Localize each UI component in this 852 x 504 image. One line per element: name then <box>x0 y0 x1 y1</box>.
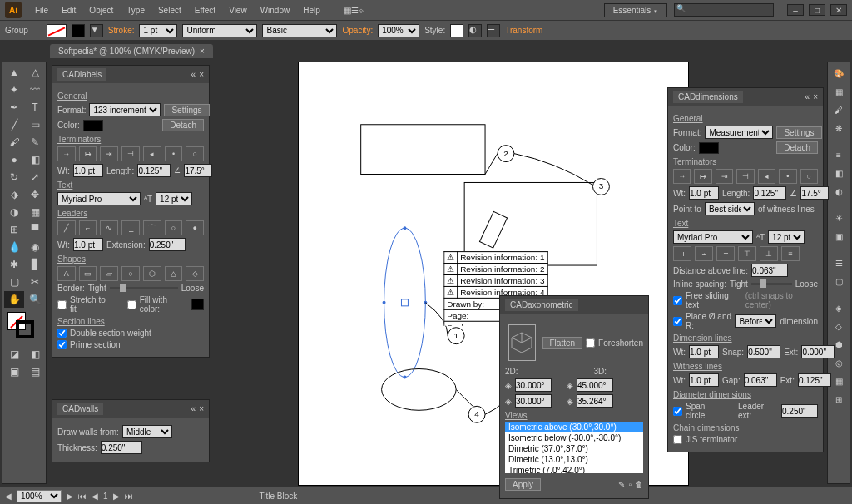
jis-check[interactable] <box>673 435 682 444</box>
settings-button[interactable]: Settings <box>164 104 209 116</box>
angle-2d-2[interactable] <box>515 394 552 408</box>
format-select[interactable]: 123 incremental <box>89 103 161 116</box>
leader-icon[interactable]: ● <box>186 220 204 235</box>
view-item[interactable]: Isometric above (30.0°,30.0°) <box>505 422 643 432</box>
stroke-label[interactable]: Stroke: <box>108 26 135 35</box>
artboards-panel-icon[interactable]: ▢ <box>830 274 847 289</box>
cad-panel-icon5[interactable]: ▦ <box>830 373 847 388</box>
wt-input[interactable] <box>73 164 103 177</box>
pointto-select[interactable]: Best side <box>705 202 755 215</box>
snap-input[interactable] <box>747 345 780 358</box>
direct-selection-tool[interactable]: △ <box>25 64 45 81</box>
workspace-switcher[interactable]: Essentials ▼ <box>604 3 667 17</box>
gradient-tool[interactable]: ▀ <box>25 221 45 238</box>
shape-icon[interactable]: △ <box>165 266 183 281</box>
ext-input[interactable] <box>801 345 835 358</box>
nav-prev[interactable]: ◀ <box>92 492 98 501</box>
term-icon[interactable]: → <box>673 169 691 184</box>
style-swatch[interactable] <box>450 24 463 37</box>
panel-tab[interactable]: CADlabels <box>57 68 106 81</box>
color-mode[interactable]: ◪ <box>4 346 24 363</box>
artboard-tool[interactable]: ▢ <box>4 274 24 290</box>
menu-effect[interactable]: Effect <box>188 6 222 15</box>
align-icon[interactable]: ⫞ <box>673 246 691 261</box>
size-select[interactable]: 12 pt <box>156 192 192 205</box>
flatten-button[interactable]: Flatten <box>542 337 583 349</box>
size-select[interactable]: 12 pt <box>768 230 805 244</box>
type-tool[interactable]: T <box>25 99 45 116</box>
blob-brush-tool[interactable]: ● <box>4 151 24 168</box>
transparency-panel-icon[interactable]: ◐ <box>830 184 847 199</box>
close-tab-icon[interactable]: × <box>200 47 205 56</box>
stroke-weight[interactable]: 1 pt <box>139 24 177 37</box>
view-item[interactable]: Dimetric (37.0°,37.0°) <box>505 443 643 454</box>
fill-swatch[interactable] <box>47 24 67 37</box>
selection-tool[interactable]: ▲ <box>4 64 24 81</box>
brush-def[interactable]: Uniform <box>182 24 257 37</box>
align-icon[interactable]: ⫟ <box>716 246 735 261</box>
drawfrom-select[interactable]: Middle <box>122 425 172 438</box>
stroke-panel-icon[interactable]: ≡ <box>830 147 847 162</box>
nav-next[interactable]: ▶ <box>113 492 120 501</box>
layout-icon[interactable]: ▦ <box>344 6 351 15</box>
angle-2d-1[interactable] <box>515 378 552 392</box>
rotate-tool[interactable]: ↻ <box>4 169 24 185</box>
lasso-tool[interactable]: 〰 <box>25 82 45 98</box>
menu-file[interactable]: File <box>28 6 55 15</box>
panel-min-icon[interactable]: « <box>191 70 196 79</box>
cad-panel-icon6[interactable]: ⊞ <box>830 392 847 407</box>
shape-builder-tool[interactable]: ◑ <box>4 204 24 220</box>
view-item[interactable]: Trimetric (7.0°,42.0°) <box>505 465 643 473</box>
view-item[interactable]: Dimetric (13.0°,13.0°) <box>505 454 643 465</box>
pencil-tool[interactable]: ✎ <box>25 134 45 151</box>
length-input[interactable] <box>753 186 786 200</box>
apply-button[interactable]: Apply <box>505 478 541 491</box>
gap-input[interactable] <box>744 373 777 387</box>
font-select[interactable]: Myriad Pro <box>57 192 141 205</box>
panel-tab[interactable]: CADaxonometric <box>505 299 578 311</box>
graphic-styles-panel-icon[interactable]: ▣ <box>830 229 847 244</box>
cad-panel-icon2[interactable]: ◇ <box>830 319 847 334</box>
wit-wt-input[interactable] <box>689 373 719 387</box>
eraser-tool[interactable]: ◧ <box>25 151 45 168</box>
trash-icon[interactable]: 🗑 <box>635 480 643 489</box>
panel-close-icon[interactable]: × <box>813 92 818 101</box>
foreshorten-check[interactable] <box>586 338 595 348</box>
term-icon[interactable]: ○ <box>800 169 818 184</box>
menu-help[interactable]: Help <box>296 6 327 15</box>
document-tab[interactable]: Softpedia* @ 100% (CMYK/Preview) × <box>50 44 213 58</box>
maximize-button[interactable]: □ <box>809 4 825 16</box>
term-icon[interactable]: ◂ <box>758 169 775 184</box>
angle-input[interactable] <box>800 186 829 200</box>
line-tool[interactable]: ╱ <box>4 116 24 133</box>
swatches-panel-icon[interactable]: ▦ <box>830 84 847 99</box>
search-field[interactable] <box>674 3 774 17</box>
leader-icon[interactable]: ╱ <box>57 220 76 235</box>
term-icon[interactable]: ⇥ <box>716 169 733 184</box>
blend-tool[interactable]: ◉ <box>25 239 45 255</box>
align-icon[interactable]: ⊤ <box>738 246 756 261</box>
term-icon[interactable]: ⊣ <box>121 146 140 161</box>
align-icon[interactable]: ⫠ <box>695 246 713 261</box>
recolor-icon[interactable]: ◐ <box>468 24 482 37</box>
gradient-panel-icon[interactable]: ◧ <box>830 166 847 180</box>
zoom-level[interactable]: 100% <box>17 490 62 502</box>
layout-icon2[interactable]: ☰ <box>351 6 359 15</box>
leaderext-input[interactable] <box>781 404 818 418</box>
term-icon[interactable]: ⇥ <box>100 146 118 161</box>
leader-wt-input[interactable] <box>73 238 103 251</box>
shape-icon[interactable]: ◇ <box>186 266 204 281</box>
graphic-style[interactable]: Basic <box>262 24 337 37</box>
align-icon[interactable]: ☰ <box>487 24 500 37</box>
dim-wt-input[interactable] <box>689 345 719 358</box>
color-swatch[interactable] <box>699 142 719 154</box>
leader-icon[interactable]: ⌐ <box>79 220 97 235</box>
free-transform-tool[interactable]: ✥ <box>25 186 45 203</box>
detach-button[interactable]: Detach <box>162 119 204 131</box>
term-icon[interactable]: → <box>57 146 76 161</box>
graph-tool[interactable]: ▊ <box>25 256 45 273</box>
screen-mode[interactable]: ▣ <box>4 363 24 380</box>
stroke-swatch[interactable] <box>72 24 85 37</box>
primesec-check[interactable] <box>57 340 67 349</box>
align-icon[interactable]: ≡ <box>781 246 800 261</box>
